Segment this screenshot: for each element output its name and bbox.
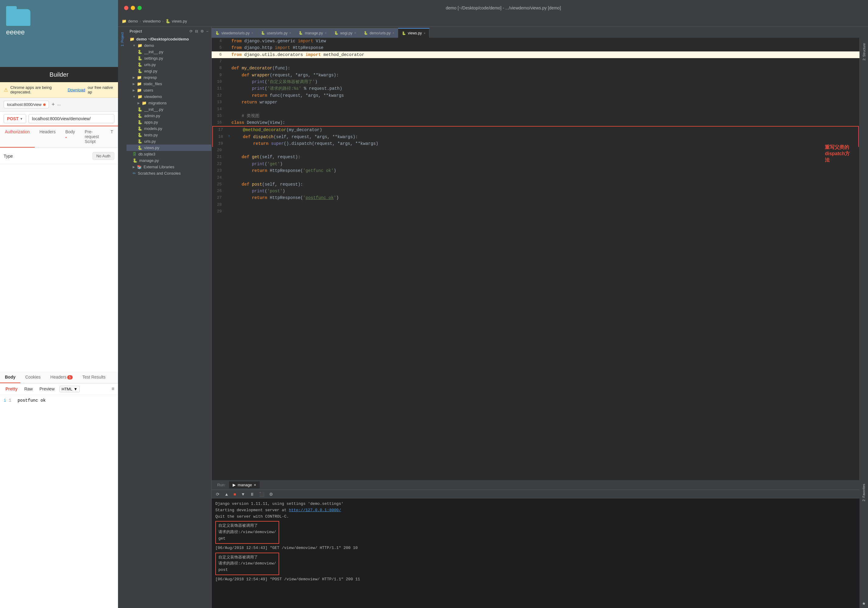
close-button[interactable] — [124, 6, 128, 10]
response-body: i 1 postfunc ok — [0, 395, 118, 608]
collapse-icon[interactable]: ⊟ — [195, 29, 198, 33]
py-admin-icon: 🐍 — [138, 114, 142, 118]
breadcrumb-viewspy[interactable]: 🐍 views.py — [166, 19, 187, 23]
tab-users-urls[interactable]: 🐍 users/urls.py × — [257, 28, 295, 38]
format-preview-btn[interactable]: Preview — [38, 386, 57, 392]
tab-demo-urls[interactable]: 🐍 demo/urls.py × — [360, 28, 398, 38]
tab-close-icon3[interactable]: × — [325, 31, 327, 35]
folder-reqresp-icon: 📁 — [137, 75, 142, 80]
more-tabs-button[interactable]: ··· — [57, 102, 61, 107]
tab-manage[interactable]: 🐍 manage.py × — [295, 28, 330, 38]
tab-wsgi[interactable]: 🐍 wsgi.py × — [330, 28, 360, 38]
tree-item-views[interactable]: 🐍 views.py — [127, 145, 211, 151]
line-num-8: 8 — [212, 65, 225, 72]
chrome-warning-link[interactable]: Download — [68, 88, 85, 92]
scroll-down-btn[interactable]: ▼ — [239, 491, 247, 497]
tab-views[interactable]: 🐍 views.py × — [398, 28, 429, 38]
tree-item-scratches[interactable]: ✏ Scratches and Consoles — [127, 170, 211, 176]
resp-tab-cookies[interactable]: Cookies — [20, 372, 46, 383]
method-select[interactable]: POST ▼ — [4, 114, 26, 123]
line-num-23: 23 — [212, 167, 225, 174]
url-tab[interactable]: localhost:8000/view — [4, 101, 49, 108]
format-type-select[interactable]: HTML ▼ — [60, 386, 80, 392]
add-tab-button[interactable]: + — [51, 101, 55, 108]
resp-tab-body[interactable]: Body — [0, 372, 20, 383]
url-input[interactable] — [29, 114, 114, 123]
tree-item-init1[interactable]: 🐍 __init__.py — [127, 49, 211, 55]
sidebar-item-project[interactable]: 1: Project — [119, 30, 125, 49]
server-link[interactable]: http://127.0.0.1:8000/ — [289, 508, 341, 512]
line-content-15: # 类视图 — [230, 113, 859, 119]
console-box-1-line2: 请求的路径:/view/demoview/ — [219, 529, 276, 536]
tab-close-icon5[interactable]: × — [392, 31, 394, 35]
sync-icon[interactable]: ⟳ — [189, 29, 192, 33]
tree-item-demo[interactable]: ▼ 📁 demo — [127, 42, 211, 49]
tab-headers[interactable]: Headers — [35, 126, 60, 148]
scroll-up-btn[interactable]: ▲ — [223, 491, 231, 497]
tab-body[interactable]: Body ● — [60, 126, 80, 148]
console-box-1-line1: 自定义装饰器被调用了 — [219, 523, 276, 529]
restart-btn[interactable]: ⟳ — [214, 491, 222, 497]
line-num-29: 29 — [212, 208, 225, 215]
tree-item-manage[interactable]: 🐍 manage.py — [127, 157, 211, 164]
viewdemo-expand-icon: ▼ — [133, 95, 136, 98]
console-box-2-line2: 请求的路径:/view/demoview/ — [219, 561, 276, 567]
tab-prerequest[interactable]: Pre-request Script — [80, 126, 106, 148]
sidebar-item-favorites[interactable]: 2: Favorites — [861, 482, 867, 503]
tree-item-apps[interactable]: 🐍 apps.py — [127, 119, 211, 125]
breadcrumb-viewdemo[interactable]: viewdemo — [143, 19, 161, 23]
chrome-warning-text: Chrome apps are being deprecated. — [10, 85, 65, 94]
tree-item-models[interactable]: 🐍 models.py — [127, 125, 211, 132]
tree-item-tests[interactable]: 🐍 tests.py — [127, 132, 211, 138]
tab-authorization[interactable]: Authorization — [0, 126, 35, 148]
breadcrumb-demo[interactable]: 📁 demo — [122, 19, 138, 23]
tab-close-icon6[interactable]: × — [424, 32, 425, 35]
format-raw-btn[interactable]: Raw — [23, 386, 35, 392]
code-line-9: 9 def wrapper(request, *args, **kwargs): — [212, 72, 859, 79]
tab-viewdemo-urls[interactable]: 🐍 viewdemo/urls.py × — [212, 28, 257, 38]
tree-item-reqresp[interactable]: ▶ 📁 reqresp — [127, 74, 211, 81]
minimize-button[interactable] — [131, 6, 135, 10]
resp-tab-headers[interactable]: Headers5 — [46, 372, 78, 383]
console-box-2-line1: 自定义装饰器被调用了 — [219, 554, 276, 561]
chrome-warning-suffix: our free native ap — [88, 85, 114, 94]
tree-item-migrations[interactable]: ▶ 📁 migrations — [127, 100, 211, 106]
tree-item-urls2[interactable]: 🐍 urls.py — [127, 138, 211, 145]
run-tab-manage[interactable]: ▶ manage × — [229, 481, 260, 488]
tab-tests[interactable]: T — [105, 126, 118, 148]
resp-tab-testresults[interactable]: Test Results — [78, 372, 110, 383]
tree-item-settings[interactable]: 🐍 settings.py — [127, 55, 211, 61]
code-line-25: 25 def post(self, request): — [212, 181, 859, 188]
ide-panel: demo [~/Desktop/code/demo] - .../viewdem… — [118, 0, 868, 608]
tree-item-db[interactable]: 🗄 db.sqlite3 — [127, 151, 211, 157]
clear-btn[interactable]: ⬛ — [257, 491, 266, 497]
console-line-5: [06/Aug/2018 12:54:49] "POST /view/demov… — [215, 576, 856, 583]
console-box-1-line3: get — [219, 536, 276, 542]
format-pretty-btn[interactable]: Pretty — [4, 386, 19, 392]
tree-item-static[interactable]: ▶ 📁 static_files — [127, 81, 211, 87]
tree-item-wsgi[interactable]: 🐍 wsgi.py — [127, 68, 211, 74]
tab-close-icon4[interactable]: × — [354, 31, 356, 35]
tree-item-init2[interactable]: 🐍 __init__.py — [127, 106, 211, 113]
wrap-icon[interactable]: ≡ — [112, 386, 114, 392]
code-editor[interactable]: 4 from django.views.generic import View … — [212, 38, 859, 480]
code-line-22: 22 print('get') — [212, 161, 859, 167]
close-tree-icon[interactable]: − — [206, 29, 208, 33]
maximize-button[interactable] — [138, 6, 142, 10]
settings-run-btn[interactable]: ⚙ — [267, 491, 275, 497]
stop-btn[interactable]: ■ — [232, 491, 238, 497]
settings-icon[interactable]: ⚙ — [200, 29, 204, 33]
tree-item-urls1[interactable]: 🐍 urls.py — [127, 61, 211, 68]
run-tab-close-icon[interactable]: × — [254, 483, 256, 487]
tree-item-viewdemo[interactable]: ▼ 📁 viewdemo — [127, 93, 211, 100]
no-auth-badge[interactable]: No Auth — [93, 152, 114, 160]
tab-close-icon[interactable]: × — [251, 31, 253, 35]
pause-btn[interactable]: ⏸ — [248, 491, 256, 497]
tab-close-icon2[interactable]: × — [290, 31, 291, 35]
py-views-icon: 🐍 — [138, 145, 142, 150]
sidebar-item-structure[interactable]: 2: Structure — [861, 41, 867, 63]
tree-item-admin[interactable]: 🐍 admin.py — [127, 113, 211, 119]
folder-icon[interactable] — [6, 6, 30, 26]
tree-item-external[interactable]: ▶ 📚 External Libraries — [127, 164, 211, 170]
tree-item-users[interactable]: ▶ 📁 users — [127, 87, 211, 93]
